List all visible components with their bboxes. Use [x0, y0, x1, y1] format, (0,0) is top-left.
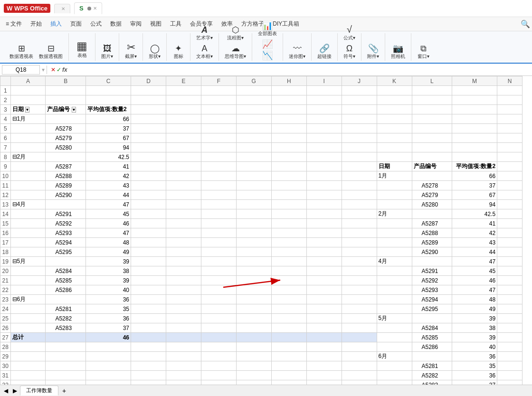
- cell-C18[interactable]: 49: [86, 247, 131, 257]
- cell-F17[interactable]: [201, 238, 236, 247]
- table-row[interactable]: 16A529347A528842: [0, 228, 522, 238]
- cell-G31[interactable]: [236, 371, 271, 380]
- cell-G10[interactable]: [236, 171, 271, 181]
- table-row[interactable]: 32A528337: [0, 380, 522, 385]
- cell-F22[interactable]: [201, 285, 236, 295]
- cell-G7[interactable]: [236, 143, 271, 152]
- cell-D14[interactable]: [131, 209, 166, 219]
- cell-E11[interactable]: [166, 181, 201, 190]
- cell-H7[interactable]: [271, 143, 306, 152]
- cell-G26[interactable]: [236, 323, 271, 333]
- cell-J22[interactable]: [342, 285, 377, 295]
- table-row[interactable]: 27总计46A528539: [0, 333, 522, 342]
- cell-M24[interactable]: 49: [452, 304, 497, 314]
- cell-C22[interactable]: 40: [86, 285, 131, 295]
- cell-C16[interactable]: 47: [86, 228, 131, 238]
- cell-B2[interactable]: [46, 95, 86, 105]
- cell-H22[interactable]: [271, 285, 306, 295]
- cell-B8[interactable]: [46, 152, 86, 162]
- fx-icon[interactable]: fx: [62, 66, 67, 73]
- cell-I1[interactable]: [306, 86, 342, 95]
- cell-D24[interactable]: [131, 304, 166, 314]
- ribbon-arttext-btn[interactable]: A 艺术字▾: [194, 25, 215, 42]
- cell-K23[interactable]: [377, 295, 412, 304]
- cell-C21[interactable]: 39: [86, 276, 131, 285]
- col-header-N[interactable]: N: [497, 76, 522, 86]
- cell-J7[interactable]: [342, 143, 377, 152]
- cell-A30[interactable]: [10, 361, 46, 371]
- cell-J3[interactable]: [342, 105, 377, 114]
- cell-B4[interactable]: [46, 114, 86, 124]
- cell-B22[interactable]: A5286: [46, 285, 86, 295]
- cell-K11[interactable]: [377, 181, 412, 190]
- cell-J27[interactable]: [342, 333, 377, 342]
- cell-F2[interactable]: [201, 95, 236, 105]
- cell-B32[interactable]: [46, 380, 86, 385]
- cell-J23[interactable]: [342, 295, 377, 304]
- ribbon-shape-btn[interactable]: ◯ 形状▾: [147, 43, 162, 61]
- cell-J2[interactable]: [342, 95, 377, 105]
- col-header-B[interactable]: B: [46, 76, 86, 86]
- cell-I29[interactable]: [306, 352, 342, 361]
- ribbon-pivot-chart-btn[interactable]: ⊟ 数据透视图: [37, 43, 65, 61]
- cell-F23[interactable]: [201, 295, 236, 304]
- ribbon-icons-btn[interactable]: ✦ 图标: [171, 43, 186, 61]
- cell-L9[interactable]: 产品编号: [412, 162, 452, 171]
- cell-F14[interactable]: [201, 209, 236, 219]
- cell-L31[interactable]: A5282: [412, 371, 452, 380]
- cell-E7[interactable]: [166, 143, 201, 152]
- cell-J6[interactable]: [342, 133, 377, 143]
- cell-F29[interactable]: [201, 352, 236, 361]
- cell-B14[interactable]: A5291: [46, 209, 86, 219]
- cell-C6[interactable]: 67: [86, 133, 131, 143]
- cell-D17[interactable]: [131, 238, 166, 247]
- cell-E31[interactable]: [166, 371, 201, 380]
- cell-F24[interactable]: [201, 304, 236, 314]
- cell-H2[interactable]: [271, 95, 306, 105]
- cell-C25[interactable]: 36: [86, 314, 131, 323]
- cell-L10[interactable]: [412, 171, 452, 181]
- cell-J21[interactable]: [342, 276, 377, 285]
- cell-C10[interactable]: 42: [86, 171, 131, 181]
- cell-A13[interactable]: ⊟4月: [10, 200, 46, 209]
- menu-view[interactable]: 视图: [146, 19, 165, 29]
- cell-A20[interactable]: [10, 266, 46, 276]
- cell-I22[interactable]: [306, 285, 342, 295]
- ribbon-link-btn[interactable]: 🔗 超链接: [315, 43, 333, 61]
- cell-M20[interactable]: 45: [452, 266, 497, 276]
- cell-A1[interactable]: [10, 86, 46, 95]
- cell-C26[interactable]: 37: [86, 323, 131, 333]
- cell-J15[interactable]: [342, 219, 377, 228]
- col-header-K[interactable]: K: [377, 76, 412, 86]
- cell-J14[interactable]: [342, 209, 377, 219]
- ribbon-formula-btn[interactable]: √ 公式▾: [342, 24, 357, 42]
- cell-B5[interactable]: A5278: [46, 124, 86, 133]
- cell-G20[interactable]: [236, 266, 271, 276]
- cell-I7[interactable]: [306, 143, 342, 152]
- table-row[interactable]: 11A528943A527837: [0, 181, 522, 190]
- ribbon-picture-btn[interactable]: 🖼 图片▾: [99, 43, 115, 61]
- cell-E6[interactable]: [166, 133, 201, 143]
- cell-A3[interactable]: 日期 ▾: [10, 105, 46, 114]
- cell-B28[interactable]: [46, 342, 86, 352]
- cell-D8[interactable]: [131, 152, 166, 162]
- cell-N28[interactable]: [497, 342, 522, 352]
- cell-D23[interactable]: [131, 295, 166, 304]
- cell-J26[interactable]: [342, 323, 377, 333]
- cell-H19[interactable]: [271, 257, 306, 266]
- cell-G15[interactable]: [236, 219, 271, 228]
- ribbon-pivot-table-btn[interactable]: ⊞ 数据透视表: [8, 43, 35, 61]
- cell-L8[interactable]: [412, 152, 452, 162]
- cell-K25[interactable]: 5月: [377, 314, 412, 323]
- cell-F15[interactable]: [201, 219, 236, 228]
- cell-D5[interactable]: [131, 124, 166, 133]
- cell-H28[interactable]: [271, 342, 306, 352]
- cell-E21[interactable]: [166, 276, 201, 285]
- table-row[interactable]: 18A529549A529044: [0, 247, 522, 257]
- cell-G21[interactable]: [236, 276, 271, 285]
- cell-N20[interactable]: [497, 266, 522, 276]
- table-row[interactable]: 26A528337A528438: [0, 323, 522, 333]
- cell-K27[interactable]: [377, 333, 412, 342]
- cell-K24[interactable]: [377, 304, 412, 314]
- cell-A10[interactable]: [10, 171, 46, 181]
